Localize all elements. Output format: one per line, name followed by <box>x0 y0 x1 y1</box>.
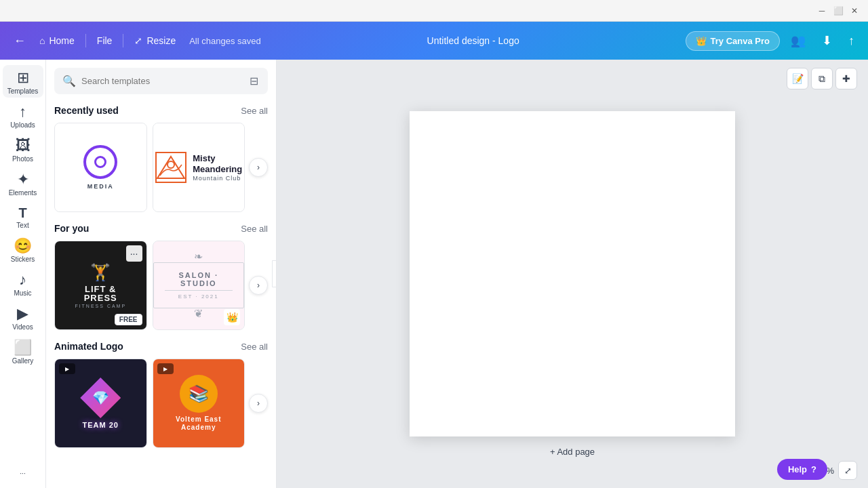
canvas-page <box>410 111 735 436</box>
crown-icon: 👑 <box>696 36 707 46</box>
share-button[interactable]: ↑ <box>843 31 860 51</box>
search-input[interactable] <box>81 76 243 86</box>
misty-text-block: MistyMeandering Mountain Club <box>193 153 242 181</box>
copy-layout-icon: ⧉ <box>818 73 825 85</box>
template-card-voltem-east[interactable]: ▶ 📚 Voltem EastAcademy <box>153 359 245 448</box>
sidebar-item-text[interactable]: T Text <box>3 201 43 232</box>
misty-logo-svg <box>155 151 187 184</box>
misty-subtitle: Mountain Club <box>193 175 242 182</box>
animated-logo-row: ▶ 💎 TEAM 20 <box>54 359 268 448</box>
animated-logo-title: Animated Logo <box>54 341 123 352</box>
voltem-inner: 📚 Voltem EastAcademy <box>176 375 222 432</box>
back-button[interactable]: ← <box>8 31 31 51</box>
for-you-see-all-button[interactable]: See all <box>241 224 268 234</box>
help-button[interactable]: Help ? <box>777 459 827 480</box>
share-people-icon: 👥 <box>791 34 806 47</box>
home-icon: ⌂ <box>39 35 45 46</box>
share-people-button[interactable]: 👥 <box>785 30 811 51</box>
maximize-button[interactable]: ⬜ <box>833 5 844 16</box>
download-icon: ⬇ <box>822 34 832 47</box>
design-title: Untitled design - Logo <box>261 35 686 46</box>
for-you-scroll-right[interactable]: › <box>249 276 268 295</box>
team20-diamond: 💎 <box>80 378 121 418</box>
animated-logo-see-all-button[interactable]: See all <box>241 342 268 352</box>
for-you-cards: 🏋 LIFT &PRESS FITNESS CAMP ··· FREE ❧ <box>54 241 245 330</box>
for-you-title: For you <box>54 223 89 234</box>
voltem-card-preview: ▶ 📚 Voltem EastAcademy <box>153 359 245 447</box>
header-divider <box>85 34 86 47</box>
try-canva-pro-button[interactable]: 👑 Try Canva Pro <box>686 31 780 51</box>
home-button[interactable]: ⌂ Home <box>31 31 83 50</box>
header-right-icons: 👥 ⬇ ↑ <box>785 30 860 51</box>
close-button[interactable]: ✕ <box>849 5 860 16</box>
template-card-team20[interactable]: ▶ 💎 TEAM 20 <box>54 359 147 448</box>
lift-badge: FREE <box>115 314 142 325</box>
template-card-salon-studio[interactable]: ❧ SALON · STUDIO EST · 2021 ❦ 👑 <box>153 241 245 330</box>
animated-logo-scroll-right[interactable]: › <box>249 394 268 413</box>
media-text: MEDIA <box>83 183 117 190</box>
elements-icon: ✦ <box>17 172 29 187</box>
filter-button[interactable]: ⊟ <box>248 73 260 89</box>
salon-subtitle: EST · 2021 <box>165 293 233 300</box>
file-button[interactable]: File <box>89 31 121 50</box>
sidebar-item-music[interactable]: ♪ Music <box>3 267 43 300</box>
team20-text: TEAM 20 <box>80 421 121 429</box>
sticky-note-button[interactable]: 📝 <box>787 68 808 89</box>
recently-used-scroll-right[interactable]: › <box>249 158 268 177</box>
team20-logo: 💎 TEAM 20 <box>80 378 121 429</box>
music-icon: ♪ <box>19 272 26 287</box>
sidebar-item-templates[interactable]: ⊞ Templates <box>3 65 43 98</box>
help-label: Help <box>788 464 807 474</box>
add-page-toolbar-button[interactable]: ✚ <box>835 68 857 89</box>
zoom-expand-button[interactable]: ⤢ <box>838 461 857 480</box>
collapse-panel-button[interactable]: ‹ <box>272 260 277 287</box>
svg-point-2 <box>167 161 174 168</box>
all-changes-saved-label: All changes saved <box>189 36 261 46</box>
lift-more-button[interactable]: ··· <box>126 245 142 262</box>
media-circle <box>83 145 117 179</box>
gallery-icon: ⬜ <box>14 340 32 355</box>
add-page-button[interactable]: + Add page <box>542 443 603 461</box>
sidebar-more-button[interactable]: ··· <box>3 464 43 483</box>
photos-icon: 🖼 <box>16 138 31 153</box>
template-card-misty-meandering[interactable]: MistyMeandering Mountain Club <box>153 123 245 212</box>
sidebar-item-uploads[interactable]: ↑ Uploads <box>3 99 43 131</box>
animated-logo-section: Animated Logo See all ▶ 💎 <box>46 336 276 453</box>
recently-used-section: Recently used See all MEDIA <box>46 100 276 218</box>
sidebar-item-gallery[interactable]: ⬜ Gallery <box>3 335 43 367</box>
sidebar-item-stickers[interactable]: 😊 Stickers <box>3 233 43 266</box>
add-icon: ✚ <box>842 73 850 84</box>
sidebar-item-videos[interactable]: ▶ Videos <box>3 301 43 333</box>
header-divider-2 <box>123 34 123 47</box>
recently-used-title: Recently used <box>54 105 119 116</box>
lift-subtitle: FITNESS CAMP <box>75 304 126 308</box>
expand-icon: ⤢ <box>844 466 852 476</box>
animated-logo-header: Animated Logo See all <box>54 341 268 352</box>
main-layout: ⊞ Templates ↑ Uploads 🖼 Photos ✦ Element… <box>0 60 868 488</box>
search-bar: 🔍 ⊟ <box>46 60 276 100</box>
team20-card-preview: ▶ 💎 TEAM 20 <box>55 359 146 447</box>
minimize-button[interactable]: ─ <box>816 5 827 16</box>
misty-card-preview: MistyMeandering Mountain Club <box>153 123 245 211</box>
download-button[interactable]: ⬇ <box>816 30 837 51</box>
media-logo-preview: MEDIA <box>55 123 146 211</box>
sidebar-item-photos[interactable]: 🖼 Photos <box>3 133 43 165</box>
app-header: ← ⌂ Home File ⤢ Resize All changes saved… <box>0 22 868 60</box>
template-card-media-logo[interactable]: MEDIA <box>54 123 147 212</box>
templates-panel: 🔍 ⊟ Recently used See all <box>46 60 277 488</box>
voltem-video-icon: ▶ <box>157 363 174 374</box>
stickers-icon: 😊 <box>14 239 32 253</box>
template-card-lift-press[interactable]: 🏋 LIFT &PRESS FITNESS CAMP ··· FREE <box>54 241 147 330</box>
copy-layout-button[interactable]: ⧉ <box>811 68 833 89</box>
resize-button[interactable]: ⤢ Resize <box>126 31 184 50</box>
lift-barbell-icon: 🏋 <box>75 263 126 282</box>
salon-crown-badge: 👑 <box>224 309 240 325</box>
title-bar: ─ ⬜ ✕ <box>0 0 868 22</box>
media-circle-inner <box>94 156 106 168</box>
sidebar-item-elements[interactable]: ✦ Elements <box>3 167 43 199</box>
team20-video-icon: ▶ <box>59 363 75 374</box>
text-icon: T <box>18 206 26 220</box>
search-icon: 🔍 <box>62 75 76 87</box>
salon-title: SALON · STUDIO <box>165 271 233 287</box>
recently-used-see-all-button[interactable]: See all <box>241 106 268 116</box>
